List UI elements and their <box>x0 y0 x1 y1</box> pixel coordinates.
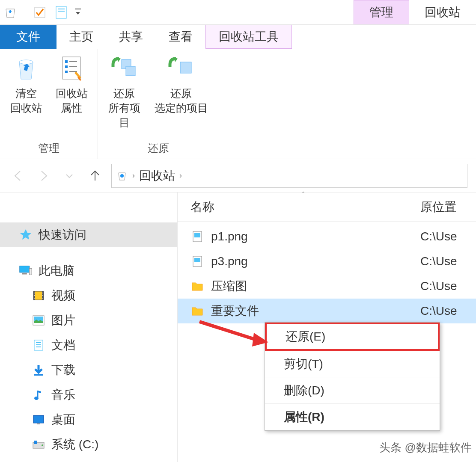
ribbon-group-restore: 还原 所有项目 还原 选定的项目 还原 <box>98 49 219 159</box>
svg-point-26 <box>42 293 43 293</box>
up-button[interactable] <box>86 166 104 185</box>
sidebar-item-this-pc[interactable]: 此电脑 <box>0 258 177 283</box>
svg-rect-32 <box>36 342 41 343</box>
titlebar: 管理 回收站 <box>0 0 476 25</box>
ribbon-tabs: 文件 主页 共享 查看 回收站工具 <box>0 25 476 49</box>
svg-point-27 <box>42 295 43 296</box>
svg-rect-40 <box>34 441 37 444</box>
back-button[interactable] <box>9 166 27 185</box>
restore-all-button[interactable]: 还原 所有项目 <box>103 53 145 130</box>
properties-icon <box>57 53 86 83</box>
file-row[interactable]: 压缩图 C:\Use <box>178 274 476 299</box>
empty-recycle-bin-button[interactable]: 清空 回收站 <box>5 53 47 116</box>
sidebar-item-quick-access[interactable]: 快速访问 <box>0 222 177 247</box>
column-header-location[interactable]: 原位置 <box>420 199 463 215</box>
column-header-name[interactable]: 名称 <box>190 199 420 215</box>
sidebar-item-label: 快速访问 <box>39 227 86 243</box>
sidebar-item-pictures[interactable]: 图片 <box>0 308 177 333</box>
svg-rect-43 <box>194 233 200 237</box>
sidebar-item-label: 文档 <box>51 337 75 353</box>
ctx-cut[interactable]: 剪切(T) <box>265 351 440 377</box>
empty-bin-label: 清空 回收站 <box>10 86 42 116</box>
group-manage-title: 管理 <box>38 139 60 159</box>
restore-selected-label: 还原 选定的项目 <box>155 86 208 116</box>
sidebar-item-documents[interactable]: 文档 <box>0 333 177 358</box>
sort-indicator-icon: ˄ <box>302 191 305 198</box>
file-location: C:\Use <box>420 255 463 268</box>
restore-selected-icon <box>166 53 196 83</box>
sidebar-item-label: 下载 <box>51 362 75 378</box>
qat-dropdown-icon[interactable] <box>75 9 81 16</box>
tab-manage-context[interactable]: 管理 <box>354 0 409 24</box>
star-icon <box>19 228 33 242</box>
document-icon[interactable] <box>54 5 69 20</box>
checkmark-icon[interactable] <box>32 5 48 20</box>
svg-point-24 <box>34 295 35 296</box>
sidebar-item-system-drive[interactable]: 系统 (C:) <box>0 432 177 457</box>
file-row[interactable]: p3.png C:\Use <box>178 249 476 274</box>
sidebar-item-music[interactable]: 音乐 <box>0 382 177 407</box>
context-menu: 还原(E) 剪切(T) 删除(D) 属性(R) <box>265 322 440 431</box>
ctx-restore[interactable]: 还原(E) <box>265 323 440 351</box>
recent-dropdown-icon[interactable] <box>60 166 79 185</box>
qat-separator <box>25 7 25 18</box>
image-file-icon <box>190 255 204 268</box>
svg-rect-1 <box>56 6 66 18</box>
tab-recycle-tools[interactable]: 回收站工具 <box>205 25 292 49</box>
restore-selected-button[interactable]: 还原 选定的项目 <box>149 53 214 116</box>
file-name: p3.png <box>211 255 414 268</box>
ctx-delete[interactable]: 删除(D) <box>265 377 440 404</box>
svg-rect-45 <box>194 258 200 262</box>
file-name: p1.png <box>211 230 414 243</box>
sidebar-item-label: 此电脑 <box>39 263 74 279</box>
svg-rect-11 <box>65 71 68 73</box>
svg-rect-3 <box>58 11 65 12</box>
sidebar-item-label: 音乐 <box>51 387 75 403</box>
navigation-bar: › 回收站 › <box>0 159 476 192</box>
svg-point-25 <box>34 298 35 299</box>
file-list: p1.png C:\Use p3.png C:\Use 压缩图 C:\Use 重… <box>178 222 476 323</box>
sidebar-item-desktop[interactable]: 桌面 <box>0 407 177 432</box>
file-location: C:\Use <box>420 304 463 318</box>
music-icon <box>32 388 45 402</box>
address-bar[interactable]: › 回收站 › <box>111 164 467 188</box>
svg-rect-17 <box>20 266 30 272</box>
tab-share[interactable]: 共享 <box>106 25 156 49</box>
properties-label: 回收站 属性 <box>56 86 88 116</box>
group-restore-title: 还原 <box>148 139 169 159</box>
sidebar-item-videos[interactable]: 视频 <box>0 283 177 308</box>
sidebar-item-label: 桌面 <box>51 412 75 428</box>
column-headers: ˄ 名称 原位置 <box>178 192 476 222</box>
file-name: 重要文件 <box>211 303 414 319</box>
sidebar-item-downloads[interactable]: 下载 <box>0 358 177 382</box>
svg-rect-37 <box>33 415 44 423</box>
breadcrumb-sep-icon: › <box>132 171 135 180</box>
file-row[interactable]: 重要文件 C:\Use <box>178 299 476 323</box>
svg-point-5 <box>19 60 33 64</box>
tab-view[interactable]: 查看 <box>156 25 205 49</box>
image-file-icon <box>190 230 204 243</box>
recycle-bin-icon[interactable] <box>3 5 18 20</box>
restore-all-label: 还原 所有项目 <box>103 86 145 130</box>
tab-file[interactable]: 文件 <box>0 25 57 49</box>
ribbon-group-manage: 清空 回收站 回收站 属性 管理 <box>0 49 98 159</box>
tab-home[interactable]: 主页 <box>57 25 106 49</box>
sidebar-item-label: 图片 <box>51 312 75 329</box>
folder-icon <box>190 304 204 318</box>
svg-point-23 <box>34 293 35 293</box>
file-row[interactable]: p1.png C:\Use <box>178 224 476 249</box>
file-location: C:\Use <box>420 230 463 243</box>
ribbon: 清空 回收站 回收站 属性 管理 还原 所有项目 还原 <box>0 49 476 159</box>
recycle-bin-properties-button[interactable]: 回收站 属性 <box>51 53 92 116</box>
breadcrumb-segment[interactable]: 回收站 <box>139 168 175 184</box>
svg-rect-4 <box>75 9 81 9</box>
svg-rect-38 <box>37 424 40 424</box>
forward-button[interactable] <box>34 166 53 185</box>
svg-rect-33 <box>36 344 41 345</box>
file-location: C:\Use <box>420 279 463 293</box>
svg-rect-35 <box>34 374 43 376</box>
download-icon <box>32 363 45 377</box>
svg-rect-19 <box>29 268 32 275</box>
sidebar-item-label: 系统 (C:) <box>51 436 98 453</box>
ctx-properties[interactable]: 属性(R) <box>265 404 440 430</box>
